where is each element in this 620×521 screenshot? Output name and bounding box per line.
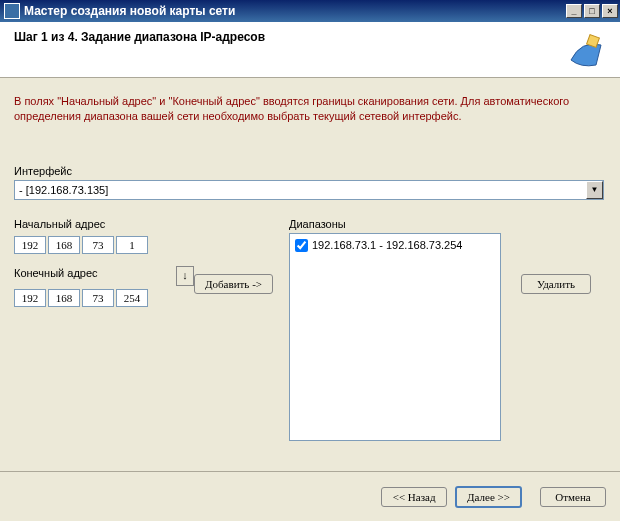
start-octet-3[interactable]	[82, 236, 114, 254]
window-title: Мастер создания новой карты сети	[24, 4, 235, 18]
app-icon	[4, 3, 20, 19]
back-button[interactable]: << Назад	[381, 487, 447, 507]
start-address-label: Начальный адрес	[14, 218, 194, 230]
start-octet-2[interactable]	[48, 236, 80, 254]
wizard-footer: << Назад Далее >> Отмена	[0, 471, 620, 521]
maximize-button[interactable]: □	[584, 4, 600, 18]
end-address-label: Конечный адрес	[14, 267, 172, 279]
wizard-icon	[566, 30, 606, 72]
end-octet-1[interactable]	[14, 289, 46, 307]
close-button[interactable]: ×	[602, 4, 618, 18]
start-octet-4[interactable]	[116, 236, 148, 254]
help-text: В полях "Начальный адрес" и "Конечный ад…	[14, 94, 606, 125]
end-address-input	[14, 289, 194, 307]
range-text: 192.168.73.1 - 192.168.73.254	[312, 239, 462, 251]
interface-select[interactable]: - [192.168.73.135] ▼	[14, 180, 604, 200]
ranges-label: Диапазоны	[289, 218, 511, 230]
add-button[interactable]: Добавить ->	[194, 274, 273, 294]
titlebar[interactable]: Мастер создания новой карты сети _ □ ×	[0, 0, 620, 22]
wizard-header: Шаг 1 из 4. Задание диапазона IP-адресов	[0, 22, 620, 78]
range-checkbox[interactable]	[295, 239, 308, 252]
end-octet-4[interactable]	[116, 289, 148, 307]
interface-selected-value: - [192.168.73.135]	[19, 184, 108, 196]
next-button[interactable]: Далее >>	[455, 486, 522, 508]
step-title: Шаг 1 из 4. Задание диапазона IP-адресов	[14, 30, 265, 44]
end-octet-3[interactable]	[82, 289, 114, 307]
copy-down-button[interactable]: ↓	[176, 266, 194, 286]
minimize-button[interactable]: _	[566, 4, 582, 18]
ranges-listbox[interactable]: 192.168.73.1 - 192.168.73.254	[289, 233, 501, 441]
cancel-button[interactable]: Отмена	[540, 487, 606, 507]
end-octet-2[interactable]	[48, 289, 80, 307]
chevron-down-icon[interactable]: ▼	[586, 181, 603, 199]
interface-label: Интерфейс	[14, 165, 606, 177]
delete-button[interactable]: Удалить	[521, 274, 591, 294]
list-item[interactable]: 192.168.73.1 - 192.168.73.254	[294, 238, 496, 253]
start-address-input	[14, 236, 148, 254]
start-octet-1[interactable]	[14, 236, 46, 254]
